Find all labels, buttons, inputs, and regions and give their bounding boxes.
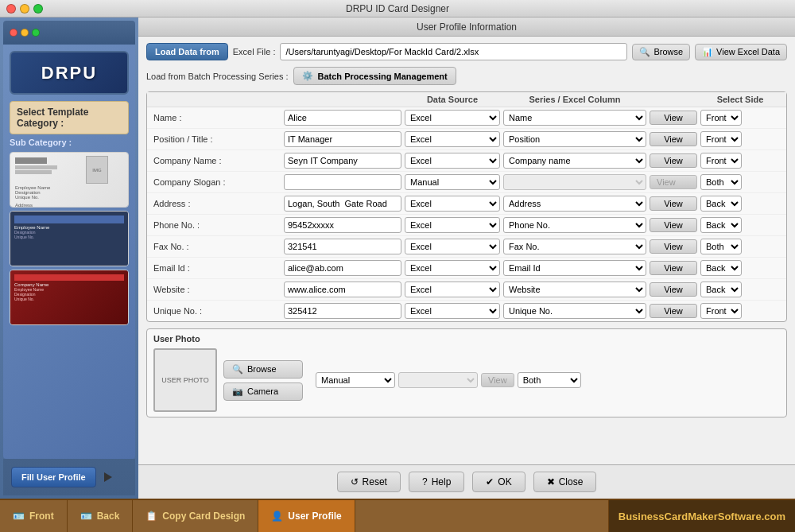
phone-view-btn[interactable]: View [650, 218, 697, 232]
sidebar-inner: DRPU Select Template Category : Sub Cate… [3, 21, 135, 459]
fill-user-profile-btn[interactable]: Fill User Profile [11, 467, 96, 487]
phone-source-select[interactable]: ExcelManual [405, 217, 500, 233]
company-column-select[interactable]: Company name [503, 153, 646, 169]
fax-side-select[interactable]: BothFrontBack [700, 239, 742, 254]
fax-view-btn[interactable]: View [650, 239, 697, 254]
unique-view-btn[interactable]: View [650, 304, 697, 318]
sidebar-close-btn[interactable] [10, 29, 17, 37]
name-input[interactable] [284, 110, 401, 126]
phone-input[interactable] [284, 217, 401, 233]
slogan-source: ManualExcel [405, 174, 500, 190]
company-view-btn[interactable]: View [650, 153, 697, 168]
tab-back-icon: 🪪 [80, 511, 92, 522]
phone-column-select[interactable]: Phone No. [503, 217, 646, 233]
name-side: FrontBackBoth [700, 110, 780, 126]
tab-back[interactable]: 🪪 Back [68, 500, 134, 532]
company-name-input[interactable] [284, 153, 401, 169]
table-row: Company Name : ExcelManual Company name … [147, 150, 786, 172]
website-view-btn[interactable]: View [650, 282, 697, 297]
unique-column-select[interactable]: Unique No. [503, 303, 646, 319]
maximize-window-btn[interactable] [33, 4, 43, 14]
app-title: DRPU ID Card Designer [346, 3, 449, 14]
website-source-select[interactable]: ExcelManual [405, 282, 500, 297]
website-column-select[interactable]: Website [503, 282, 646, 297]
name-side-select[interactable]: FrontBackBoth [700, 110, 742, 126]
fax-side: BothFrontBack [700, 239, 780, 254]
sub-category-label: Sub Category : [10, 138, 129, 147]
window-controls[interactable] [6, 4, 43, 14]
website-label: Website : [153, 285, 281, 294]
position-side-select[interactable]: FrontBackBoth [700, 131, 742, 147]
browse-excel-btn[interactable]: 🔍 Browse [632, 44, 690, 60]
address-input[interactable] [284, 196, 401, 212]
fax-source-select[interactable]: ExcelManual [405, 239, 500, 254]
view-excel-btn[interactable]: 📊 View Excel Data [695, 44, 787, 60]
photo-side-select[interactable]: BothFrontBack [518, 372, 581, 388]
phone-side-select[interactable]: BackFrontBoth [700, 217, 742, 233]
col-header-select-side: Select Side [700, 95, 780, 104]
load-data-btn[interactable]: Load Data from [146, 43, 228, 60]
excel-path-input[interactable] [280, 43, 627, 60]
sidebar-maximize-btn[interactable] [32, 29, 40, 37]
email-side-select[interactable]: BackFrontBoth [700, 260, 742, 276]
sidebar-minimize-btn[interactable] [21, 29, 29, 37]
address-view-btn[interactable]: View [650, 196, 697, 211]
reset-btn[interactable]: ↺ Reset [337, 472, 401, 492]
position-input[interactable] [284, 131, 401, 147]
minimize-window-btn[interactable] [20, 4, 29, 14]
address-side-select[interactable]: BackFrontBoth [700, 196, 742, 212]
name-column-select[interactable]: Name [503, 110, 646, 126]
slogan-side-select[interactable]: BothFrontBack [700, 174, 742, 190]
view-excel-label: View Excel Data [716, 47, 780, 56]
position-source-select[interactable]: ExcelManual [405, 131, 500, 147]
email-input[interactable] [284, 260, 401, 276]
help-label: Help [432, 476, 452, 487]
close-window-btn[interactable] [6, 4, 16, 14]
slogan-column-select [503, 174, 646, 190]
help-btn[interactable]: ? Help [409, 472, 464, 492]
tab-user-profile[interactable]: 👤 User Profile [258, 500, 355, 532]
batch-management-btn[interactable]: ⚙️ Batch Processing Management [293, 67, 456, 85]
email-source-select[interactable]: ExcelManual [405, 260, 500, 276]
website-side-select[interactable]: BackFrontBoth [700, 282, 742, 297]
tab-front[interactable]: 🪪 Front [0, 500, 68, 532]
template-preview-1: IMG Employee Name Designation Unique No.… [10, 153, 128, 207]
name-source-select[interactable]: ExcelManual [405, 110, 500, 126]
address-column-select[interactable]: Address [503, 196, 646, 212]
template-card-1[interactable]: IMG Employee Name Designation Unique No.… [10, 152, 129, 208]
fax-column-select[interactable]: Fax No. [503, 239, 646, 254]
photo-camera-btn[interactable]: 📷 Camera [223, 382, 303, 401]
unique-source-select[interactable]: ExcelManual [405, 303, 500, 319]
table-row: Email Id : ExcelManual Email Id View Bac… [147, 258, 786, 279]
company-source-select[interactable]: ExcelManual [405, 153, 500, 169]
photo-source-select[interactable]: ManualExcel [316, 372, 395, 388]
tab-front-icon: 🪪 [13, 511, 25, 522]
slogan-side: BothFrontBack [700, 174, 780, 190]
position-view-btn[interactable]: View [650, 132, 697, 146]
unique-no-input[interactable] [284, 303, 401, 319]
ok-btn[interactable]: ✔ OK [472, 472, 525, 492]
slogan-source-select[interactable]: ManualExcel [405, 174, 500, 190]
template-card-2[interactable]: Employee Name Designation Unique No. [10, 211, 129, 266]
unique-side-select[interactable]: FrontBackBoth [700, 303, 742, 319]
photo-browse-btn[interactable]: 🔍 Browse [223, 360, 303, 379]
slogan-label: Company Slogan : [153, 177, 281, 187]
slogan-input[interactable] [284, 174, 401, 190]
company-side-select[interactable]: FrontBackBoth [700, 153, 742, 169]
tab-copy-card[interactable]: 📋 Copy Card Design [133, 500, 258, 532]
email-view-btn[interactable]: View [650, 261, 697, 275]
user-details-section: Data Source Series / Excel Column Select… [146, 91, 787, 322]
email-column-select[interactable]: Email Id [503, 260, 646, 276]
close-btn[interactable]: ✖ Close [533, 472, 597, 492]
name-view-btn[interactable]: View [650, 111, 697, 125]
address-source: ExcelManual [405, 196, 500, 212]
position-column-select[interactable]: Position [503, 131, 646, 147]
batch-icon: ⚙️ [302, 71, 313, 81]
template-card-3[interactable]: Company Name Employee Name Designation U… [10, 270, 129, 325]
website-input[interactable] [284, 282, 401, 297]
arrow-right-icon [104, 472, 112, 482]
table-row: Fax No. : ExcelManual Fax No. View BothF… [147, 236, 786, 258]
table-row: Company Slogan : ManualExcel View BothFr… [147, 172, 786, 193]
address-source-select[interactable]: ExcelManual [405, 196, 500, 212]
fax-input[interactable] [284, 239, 401, 254]
